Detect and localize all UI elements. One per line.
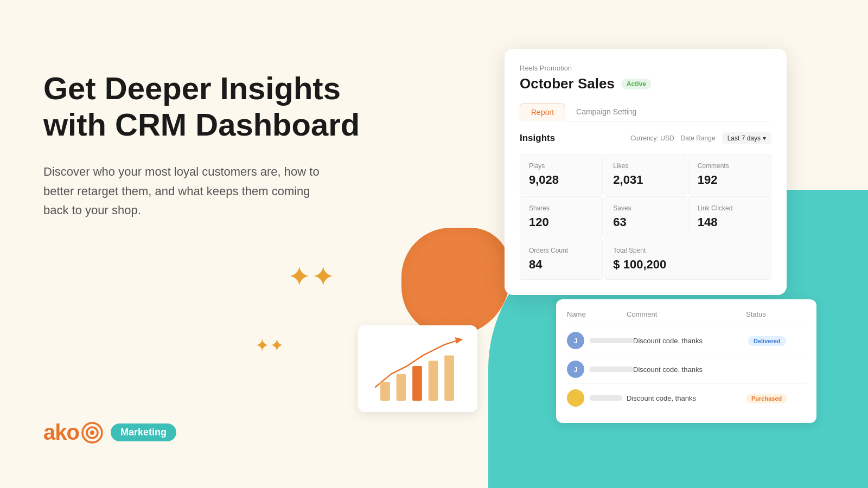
comment-text-1: Discount code, thanks [633,337,748,345]
col-name: Name [567,310,627,318]
metric-comments-label: Comments [698,162,762,170]
comment-row-1-name: J [567,332,633,349]
metric-total-spent: Total Spent $ 100,200 [604,239,771,280]
metrics-grid-row2: Shares 120 Saves 63 Link Clicked 148 [520,196,771,237]
metric-saves-label: Saves [613,204,678,212]
insights-header: Insights Currency: USD Date Range Last 7… [520,132,771,144]
comment-row-1: J Discount code, thanks Delivered [567,326,806,355]
avatar-1: J [567,332,584,349]
metric-shares-label: Shares [529,204,593,212]
metric-link-clicked-label: Link Clicked [698,204,762,212]
col-status: Status [746,310,806,318]
metric-orders-label: Orders Count [529,247,593,254]
currency-label: Currency: USD [630,134,674,142]
tab-report[interactable]: Report [520,103,565,121]
orange-blob-decoration [401,228,510,336]
chart-svg [367,334,469,403]
svg-rect-7 [429,361,438,401]
metric-total-spent-label: Total Spent [613,247,762,254]
tabs-container: Report Campaign Setting [520,103,771,121]
col-comment: Comment [627,310,746,318]
metric-plays: Plays 9,028 [520,154,603,195]
insights-controls: Currency: USD Date Range Last 7 days ▾ [630,132,771,144]
svg-point-2 [90,431,94,435]
metric-link-clicked-value: 148 [698,215,762,229]
name-placeholder-1 [590,338,633,343]
metric-comments: Comments 192 [688,154,771,195]
svg-rect-8 [444,355,454,401]
metric-saves-value: 63 [613,215,678,229]
metric-saves: Saves 63 [604,196,687,237]
avatar-2: J [567,361,584,378]
card-title-row: October Sales Active [520,75,771,92]
metric-shares-value: 120 [529,215,593,229]
metric-link-clicked: Link Clicked 148 [688,196,771,237]
comment-row-3: Discount code, thanks Purchased [567,383,806,412]
date-range-label: Date Range [681,134,716,142]
comments-card: Name Comment Status J Discount code, tha… [556,299,816,423]
comment-text-3: Discount code, thanks [627,394,746,402]
main-heading: Get Deeper Insights with CRM Dashboard [43,70,380,143]
hero-subtext: Discover who your most loyal customers a… [43,162,331,220]
avatar-3 [567,389,584,407]
comment-row-3-name [567,389,627,407]
marketing-badge: Marketing [111,423,176,441]
metrics-grid-row3: Orders Count 84 Total Spent $ 100,200 [520,239,771,280]
name-placeholder-2 [590,367,633,372]
comment-row-2-name: J [567,361,633,378]
chevron-down-icon: ▾ [763,134,766,142]
logo-text: ako [43,420,79,445]
hero-section: Get Deeper Insights with CRM Dashboard D… [43,70,380,220]
metric-plays-value: 9,028 [529,173,593,187]
metric-total-spent-value: $ 100,200 [613,258,762,272]
metrics-grid-row1: Plays 9,028 Likes 2,031 Comments 192 [520,154,771,195]
active-badge: Active [621,79,652,89]
svg-rect-5 [397,374,406,401]
metric-likes: Likes 2,031 [604,154,687,195]
metric-orders: Orders Count 84 [520,239,603,280]
date-range-select[interactable]: Last 7 days ▾ [722,132,771,144]
card-title: October Sales [520,75,615,92]
logo-target-icon [80,421,104,445]
metric-plays-label: Plays [529,162,593,170]
metric-orders-value: 84 [529,258,593,272]
status-badge-3: Purchased [746,394,787,403]
comment-text-2: Discount code, thanks [633,365,748,374]
tab-campaign-setting[interactable]: Campaign Setting [565,103,647,121]
metric-likes-label: Likes [613,162,678,170]
comment-row-2: J Discount code, thanks [567,355,806,383]
logo-area: ako Marketing [43,420,176,445]
svg-rect-6 [412,366,422,401]
metric-comments-value: 192 [698,173,762,187]
svg-rect-4 [380,382,390,401]
comments-header: Name Comment Status [567,310,806,318]
star-small-decoration: ✦ [255,335,284,356]
metric-shares: Shares 120 [520,196,603,237]
name-placeholder-3 [590,395,622,401]
insights-title: Insights [520,133,555,144]
status-badge-1: Delivered [748,336,786,346]
card-subtitle: Reels Promotion [520,64,771,72]
svg-marker-3 [455,337,463,344]
dashboard-card: Reels Promotion October Sales Active Rep… [505,49,787,295]
star-large-decoration: ✦ [288,260,335,293]
chart-card [358,325,477,412]
metric-likes-value: 2,031 [613,173,678,187]
